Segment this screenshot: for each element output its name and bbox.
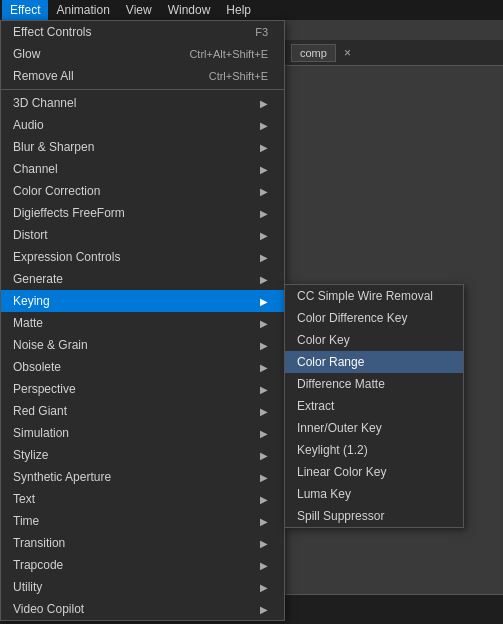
arrow-icon: ▶ (260, 494, 268, 505)
menu-item-text[interactable]: Text ▶ (1, 488, 284, 510)
menubar-animation[interactable]: Animation (48, 0, 117, 20)
arrow-icon: ▶ (260, 340, 268, 351)
menu-item-effect-controls[interactable]: Effect Controls F3 (1, 21, 284, 43)
menu-item-shortcut: F3 (255, 26, 268, 38)
submenu-item-spill-suppressor[interactable]: Spill Suppressor (285, 505, 463, 527)
menu-item-shortcut: Ctrl+Alt+Shift+E (189, 48, 268, 60)
menu-item-label: Utility (13, 580, 42, 594)
arrow-icon: ▶ (260, 98, 268, 109)
arrow-icon: ▶ (260, 142, 268, 153)
menu-item-label: 3D Channel (13, 96, 76, 110)
menu-item-keying[interactable]: Keying ▶ (1, 290, 284, 312)
submenu-item-extract[interactable]: Extract (285, 395, 463, 417)
menu-item-label: Text (13, 492, 35, 506)
menu-item-label: Effect Controls (13, 25, 91, 39)
menu-item-time[interactable]: Time ▶ (1, 510, 284, 532)
arrow-icon: ▶ (260, 274, 268, 285)
menu-item-label: Channel (13, 162, 58, 176)
menu-item-transition[interactable]: Transition ▶ (1, 532, 284, 554)
menu-item-label: Audio (13, 118, 44, 132)
panel-tab-comp[interactable]: comp (291, 44, 336, 62)
menubar-view[interactable]: View (118, 0, 160, 20)
menu-item-obsolete[interactable]: Obsolete ▶ (1, 356, 284, 378)
menu-item-distort[interactable]: Distort ▶ (1, 224, 284, 246)
submenu-item-color-range[interactable]: Color Range (285, 351, 463, 373)
keying-submenu: CC Simple Wire Removal Color Difference … (284, 284, 464, 528)
menu-item-label: Stylize (13, 448, 48, 462)
submenu-item-inner-outer-key[interactable]: Inner/Outer Key (285, 417, 463, 439)
arrow-icon: ▶ (260, 296, 268, 307)
panel-close-button[interactable]: × (344, 46, 351, 60)
menu-item-label: Transition (13, 536, 65, 550)
submenu-item-luma-key[interactable]: Luma Key (285, 483, 463, 505)
menubar: Effect Animation View Window Help (0, 0, 503, 20)
arrow-icon: ▶ (260, 230, 268, 241)
menu-item-label: Synthetic Aperture (13, 470, 111, 484)
arrow-icon: ▶ (260, 406, 268, 417)
menu-item-red-giant[interactable]: Red Giant ▶ (1, 400, 284, 422)
arrow-icon: ▶ (260, 604, 268, 615)
effect-menu: Effect Controls F3 Glow Ctrl+Alt+Shift+E… (0, 20, 285, 621)
menu-item-generate[interactable]: Generate ▶ (1, 268, 284, 290)
menu-item-label: Obsolete (13, 360, 61, 374)
menu-item-channel[interactable]: Channel ▶ (1, 158, 284, 180)
menubar-help[interactable]: Help (218, 0, 259, 20)
arrow-icon: ▶ (260, 120, 268, 131)
arrow-icon: ▶ (260, 560, 268, 571)
menu-item-3d-channel[interactable]: 3D Channel ▶ (1, 92, 284, 114)
menubar-effect[interactable]: Effect (2, 0, 48, 20)
submenu-item-color-difference-key[interactable]: Color Difference Key (285, 307, 463, 329)
arrow-icon: ▶ (260, 384, 268, 395)
submenu-item-linear-color-key[interactable]: Linear Color Key (285, 461, 463, 483)
menu-item-matte[interactable]: Matte ▶ (1, 312, 284, 334)
submenu-item-cc-simple-wire-removal[interactable]: CC Simple Wire Removal (285, 285, 463, 307)
menu-item-synthetic-aperture[interactable]: Synthetic Aperture ▶ (1, 466, 284, 488)
menu-item-audio[interactable]: Audio ▶ (1, 114, 284, 136)
menu-item-label: Red Giant (13, 404, 67, 418)
menubar-window[interactable]: Window (160, 0, 219, 20)
panel-header: comp × (285, 40, 503, 66)
arrow-icon: ▶ (260, 582, 268, 593)
menu-item-label: Matte (13, 316, 43, 330)
menu-item-remove-all[interactable]: Remove All Ctrl+Shift+E (1, 65, 284, 87)
menu-item-digieffects[interactable]: Digieffects FreeForm ▶ (1, 202, 284, 224)
menu-item-label: Keying (13, 294, 50, 308)
menu-item-label: Perspective (13, 382, 76, 396)
menu-item-stylize[interactable]: Stylize ▶ (1, 444, 284, 466)
arrow-icon: ▶ (260, 362, 268, 373)
menu-item-label: Blur & Sharpen (13, 140, 94, 154)
menu-item-label: Noise & Grain (13, 338, 88, 352)
arrow-icon: ▶ (260, 472, 268, 483)
arrow-icon: ▶ (260, 318, 268, 329)
menu-item-label: Simulation (13, 426, 69, 440)
menu-item-noise-grain[interactable]: Noise & Grain ▶ (1, 334, 284, 356)
menu-item-blur-sharpen[interactable]: Blur & Sharpen ▶ (1, 136, 284, 158)
menu-item-utility[interactable]: Utility ▶ (1, 576, 284, 598)
submenu-item-color-key[interactable]: Color Key (285, 329, 463, 351)
menu-item-label: Video Copilot (13, 602, 84, 616)
submenu-item-difference-matte[interactable]: Difference Matte (285, 373, 463, 395)
arrow-icon: ▶ (260, 516, 268, 527)
arrow-icon: ▶ (260, 428, 268, 439)
menu-item-label: Generate (13, 272, 63, 286)
menu-item-label: Distort (13, 228, 48, 242)
menu-item-simulation[interactable]: Simulation ▶ (1, 422, 284, 444)
menu-divider (1, 89, 284, 90)
menu-item-label: Color Correction (13, 184, 100, 198)
menu-item-color-correction[interactable]: Color Correction ▶ (1, 180, 284, 202)
menu-item-label: Remove All (13, 69, 74, 83)
menu-item-perspective[interactable]: Perspective ▶ (1, 378, 284, 400)
menu-item-trapcode[interactable]: Trapcode ▶ (1, 554, 284, 576)
menu-item-expression-controls[interactable]: Expression Controls ▶ (1, 246, 284, 268)
menu-item-glow[interactable]: Glow Ctrl+Alt+Shift+E (1, 43, 284, 65)
menu-item-label: Trapcode (13, 558, 63, 572)
submenu-item-keylight[interactable]: Keylight (1.2) (285, 439, 463, 461)
menu-item-label: Expression Controls (13, 250, 120, 264)
arrow-icon: ▶ (260, 208, 268, 219)
menu-item-label: Digieffects FreeForm (13, 206, 125, 220)
menu-item-label: Glow (13, 47, 40, 61)
arrow-icon: ▶ (260, 252, 268, 263)
arrow-icon: ▶ (260, 450, 268, 461)
arrow-icon: ▶ (260, 538, 268, 549)
menu-item-video-copilot[interactable]: Video Copilot ▶ (1, 598, 284, 620)
